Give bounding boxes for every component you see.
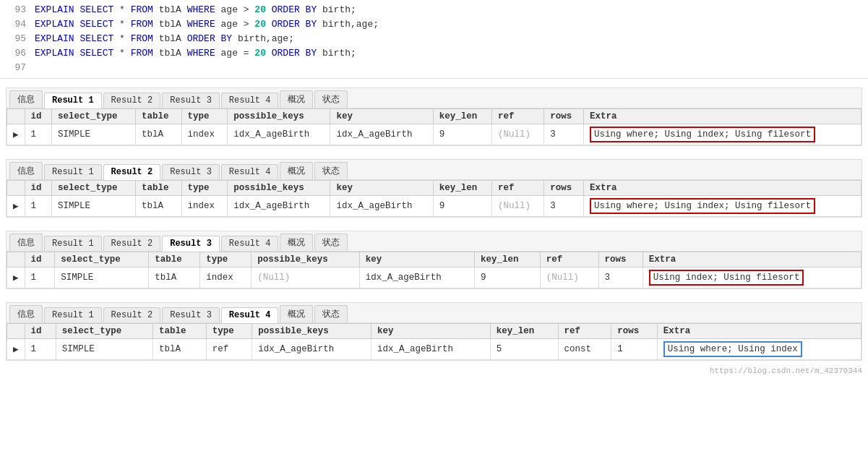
cell-possible_keys: idx_A_ageBirth bbox=[252, 339, 371, 360]
cell-ref: (Null) bbox=[491, 196, 543, 217]
code-section: 93 EXPLAIN SELECT * FROM tblA WHERE age … bbox=[0, 0, 868, 79]
col-header-key: key bbox=[330, 109, 433, 124]
table-row: ▶1SIMPLEtblAindexidx_A_ageBirthidx_A_age… bbox=[7, 196, 861, 217]
col-header-Extra: Extra bbox=[584, 109, 861, 124]
cell-extra: Using where; Using index bbox=[657, 339, 861, 360]
col-header-ref: ref bbox=[540, 252, 598, 267]
tab-Result 2[interactable]: Result 2 bbox=[103, 164, 161, 180]
col-header-possible_keys: possible_keys bbox=[252, 252, 359, 267]
tab-Result 4[interactable]: Result 4 bbox=[221, 307, 279, 323]
code-line-95: 95 EXPLAIN SELECT * FROM tblA ORDER BY b… bbox=[6, 32, 868, 46]
cell-select_type: SIMPLE bbox=[55, 267, 149, 288]
code-text: EXPLAIN SELECT * FROM tblA ORDER BY birt… bbox=[35, 32, 294, 46]
cell-key: idx_A_ageBirth bbox=[330, 196, 433, 217]
line-number: 93 bbox=[6, 3, 26, 17]
tab-bar: 信息Result 1Result 2Result 3Result 4概况状态 bbox=[7, 160, 861, 180]
cell-possible_keys: idx_A_ageBirth bbox=[228, 196, 330, 217]
col-header-type: type bbox=[181, 181, 228, 196]
cell-type: index bbox=[200, 267, 252, 288]
cell-key: idx_A_ageBirth bbox=[330, 124, 433, 145]
col-header-Extra: Extra bbox=[657, 324, 861, 339]
col-header-rows: rows bbox=[611, 324, 657, 339]
tab-Result 3[interactable]: Result 3 bbox=[162, 236, 220, 252]
col-header-table: table bbox=[153, 324, 207, 339]
result-table: idselect_typetabletypepossible_keyskeyke… bbox=[7, 323, 861, 360]
cell-extra: Using index; Using filesort bbox=[643, 267, 861, 288]
tab-Result 1[interactable]: Result 1 bbox=[44, 236, 102, 251]
tab-Result 1[interactable]: Result 1 bbox=[44, 307, 102, 322]
cell-extra: Using where; Using index; Using filesort bbox=[584, 124, 861, 145]
tab-状态[interactable]: 状态 bbox=[314, 305, 348, 322]
tab-信息[interactable]: 信息 bbox=[9, 162, 43, 179]
tab-概况[interactable]: 概况 bbox=[280, 234, 313, 251]
tab-Result 1[interactable]: Result 1 bbox=[44, 93, 102, 108]
tab-概况[interactable]: 概况 bbox=[280, 162, 313, 179]
col-header-ref: ref bbox=[491, 181, 543, 196]
cell-table: tblA bbox=[135, 196, 181, 217]
tab-Result 4[interactable]: Result 4 bbox=[221, 93, 279, 108]
cell-key_len: 9 bbox=[433, 196, 491, 217]
tab-Result 3[interactable]: Result 3 bbox=[162, 307, 220, 322]
tab-信息[interactable]: 信息 bbox=[9, 234, 43, 251]
result-table: idselect_typetabletypepossible_keyskeyke… bbox=[7, 252, 861, 288]
tab-Result 2[interactable]: Result 2 bbox=[103, 307, 161, 322]
code-text bbox=[35, 61, 40, 75]
cell-select_type: SIMPLE bbox=[56, 339, 152, 360]
cell-ref: const bbox=[558, 339, 611, 360]
tab-状态[interactable]: 状态 bbox=[314, 234, 348, 251]
code-text: EXPLAIN SELECT * FROM tblA WHERE age > 2… bbox=[35, 17, 379, 32]
col-header-id: id bbox=[25, 181, 51, 196]
row-indicator: ▶ bbox=[7, 267, 25, 288]
cell-key_len: 9 bbox=[474, 267, 540, 288]
cell-select_type: SIMPLE bbox=[51, 196, 135, 217]
cell-id: 1 bbox=[25, 339, 56, 360]
col-header-select_type: select_type bbox=[51, 109, 135, 124]
cell-possible_keys: idx_A_ageBirth bbox=[228, 124, 330, 145]
tab-概况[interactable]: 概况 bbox=[280, 90, 313, 108]
code-line-97: 97 bbox=[6, 61, 868, 75]
tab-Result 3[interactable]: Result 3 bbox=[162, 93, 220, 108]
tab-信息[interactable]: 信息 bbox=[9, 305, 43, 322]
col-header-possible_keys: possible_keys bbox=[228, 181, 330, 196]
col-header-ref: ref bbox=[558, 324, 611, 339]
col-header-rows: rows bbox=[544, 181, 584, 196]
tab-Result 4[interactable]: Result 4 bbox=[221, 164, 279, 179]
tab-Result 3[interactable]: Result 3 bbox=[162, 164, 220, 179]
cell-table: tblA bbox=[149, 267, 200, 288]
watermark: https://blog.csdn.net/m_42379344 bbox=[0, 365, 868, 377]
tab-Result 2[interactable]: Result 2 bbox=[103, 236, 161, 251]
code-text: EXPLAIN SELECT * FROM tblA WHERE age > 2… bbox=[35, 3, 356, 17]
cell-possible_keys: (Null) bbox=[252, 267, 359, 288]
line-number: 94 bbox=[6, 17, 26, 32]
tab-Result 4[interactable]: Result 4 bbox=[221, 236, 279, 251]
col-header-rows: rows bbox=[544, 109, 584, 124]
cell-id: 1 bbox=[25, 124, 51, 145]
tab-概况[interactable]: 概况 bbox=[280, 305, 313, 322]
col-header-ref: ref bbox=[491, 109, 543, 124]
row-indicator: ▶ bbox=[7, 339, 25, 360]
col-header-key: key bbox=[359, 252, 474, 267]
tab-信息[interactable]: 信息 bbox=[9, 90, 43, 108]
tab-bar: 信息Result 1Result 2Result 3Result 4概况状态 bbox=[7, 303, 861, 323]
col-header-possible_keys: possible_keys bbox=[252, 324, 371, 339]
result-table: idselect_typetabletypepossible_keyskeyke… bbox=[7, 108, 861, 145]
cell-type: index bbox=[181, 196, 228, 217]
cell-table: tblA bbox=[153, 339, 207, 360]
tab-Result 2[interactable]: Result 2 bbox=[103, 93, 161, 108]
result-panel-4: 信息Result 1Result 2Result 3Result 4概况状态id… bbox=[6, 302, 862, 361]
col-header-select_type: select_type bbox=[56, 324, 152, 339]
col-header-id: id bbox=[25, 252, 55, 267]
cell-rows: 3 bbox=[598, 267, 643, 288]
cell-type: ref bbox=[206, 339, 252, 360]
line-number: 95 bbox=[6, 32, 26, 46]
tab-状态[interactable]: 状态 bbox=[314, 90, 348, 108]
tab-状态[interactable]: 状态 bbox=[314, 162, 348, 179]
cell-rows: 3 bbox=[544, 124, 584, 145]
row-indicator: ▶ bbox=[7, 124, 25, 145]
tab-Result 1[interactable]: Result 1 bbox=[44, 164, 102, 179]
cell-type: index bbox=[181, 124, 228, 145]
col-header-possible_keys: possible_keys bbox=[228, 109, 330, 124]
table-row: ▶1SIMPLEtblAindex(Null)idx_A_ageBirth9(N… bbox=[7, 267, 861, 288]
tab-bar: 信息Result 1Result 2Result 3Result 4概况状态 bbox=[7, 231, 861, 252]
cell-key_len: 9 bbox=[433, 124, 491, 145]
